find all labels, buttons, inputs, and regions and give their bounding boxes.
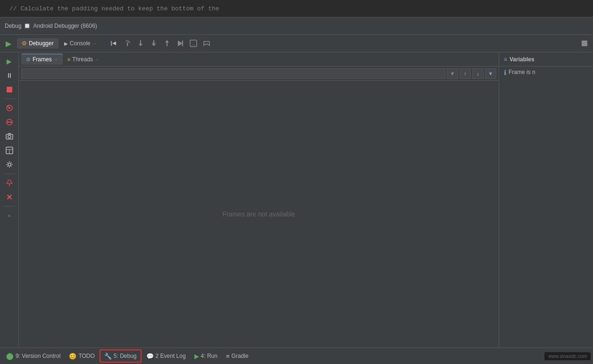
show-execution-button[interactable] [108,37,120,50]
svg-text:...: ... [192,41,195,46]
event-log-button[interactable]: 💬 2 Event Log [142,349,190,363]
status-bar: ⬤ 9: Version Control 😊 TODO 🔧 5: Debug 💬… [0,347,593,364]
svg-marker-5 [139,44,142,46]
force-step-into-button[interactable] [148,37,160,50]
console-arrow-icon: → [92,41,97,46]
settings-button[interactable] [2,158,17,171]
code-comment-bar: // Calculate the padding needed to keep … [0,0,593,17]
debug-tab-button[interactable]: 🔧 5: Debug [100,349,142,363]
no-entry-button[interactable] [2,116,17,129]
toolbar-separator-1 [4,99,15,99]
debug-label: Debug [5,23,21,29]
event-log-icon: 💬 [146,353,154,360]
version-control-button[interactable]: ⬤ 9: Version Control [2,349,64,363]
svg-marker-11 [178,41,183,46]
step-out-button[interactable] [161,37,173,50]
debugger-label: Android Debugger (8606) [33,23,97,29]
main-layout: ▶ ⏸ ✕ « ⚙ [0,52,593,347]
tab-threads[interactable]: ≡ Threads → [63,54,104,65]
debug-tab-label: 5: Debug [114,353,137,359]
run-to-cursor-button[interactable] [174,37,186,50]
debugger-toolbar: ▶ ⚙ Debugger ▶ Console → ... [0,35,593,52]
svg-point-24 [8,135,11,138]
left-toolbar: ▶ ⏸ ✕ « [0,52,19,347]
run-label: 4: Run [201,353,217,359]
debug-icon: 🔲 [24,23,31,29]
variables-header: ≡ Variables [499,52,593,66]
debugger-tab-icon: ⚙ [22,40,27,47]
step-into-button[interactable] [134,37,147,50]
svg-rect-0 [111,41,112,46]
gradle-label: Gradle [232,353,249,359]
scroll-down-button[interactable]: ↓ [472,68,484,79]
version-control-icon: ⬤ [6,352,14,360]
drop-frame-button[interactable] [200,37,213,50]
camera-button[interactable] [2,130,17,143]
variables-header-icon: ≡ [504,56,507,63]
resume-side-button[interactable]: ▶ [2,55,17,68]
scroll-up-button[interactable]: ↑ [459,68,471,79]
pause-side-button[interactable]: ⏸ [2,69,17,82]
pin-button[interactable] [2,176,17,190]
tab-console[interactable]: ▶ Console → [59,38,101,49]
chevron-down-icon: ▼ [450,71,455,76]
run-icon: ▶ [194,353,199,360]
run-button[interactable]: ▶ 4: Run [191,349,221,363]
filter-icon: ▼ [488,71,493,76]
watermark: www.sinaxidc.com [544,352,591,360]
frames-search-bar: ▼ ↑ ↓ ▼ [19,66,499,81]
content-area: ⚙ Frames → ≡ Threads → ▼ ↑ ↓ ▼ [19,52,499,347]
layout-button[interactable] [2,144,17,157]
up-arrow-icon: ↑ [464,71,467,76]
sub-tabs-bar: ⚙ Frames → ≡ Threads → [19,52,499,66]
frames-tab-label: Frames [33,56,52,63]
stop-button[interactable] [578,37,591,50]
debug-tab-icon: 🔧 [104,353,112,360]
frames-empty-area: Frames are not available [19,81,499,347]
svg-rect-16 [582,41,587,46]
threads-arrow-icon: → [95,57,99,62]
svg-marker-7 [152,44,156,46]
stop-side-button[interactable] [2,83,17,96]
svg-marker-15 [204,41,209,45]
toolbar-separator-3 [4,206,15,207]
resume-button[interactable]: ▶ [2,37,15,50]
gradle-icon: ≡ [226,353,230,360]
filter-button[interactable]: ▼ [485,68,496,79]
event-log-label: 2 Event Log [156,353,186,359]
console-tab-icon: ▶ [64,41,68,46]
right-panel: ≡ Variables ℹ Frame is n [499,52,593,347]
version-control-label: 9: Version Control [16,353,60,359]
svg-marker-1 [112,41,116,45]
debugger-tab-label: Debugger [29,40,54,47]
svg-marker-10 [165,40,169,42]
variables-content: ℹ Frame is n [499,66,593,347]
todo-button[interactable]: 😊 TODO [65,349,98,363]
more-button[interactable]: « [2,209,17,222]
down-arrow-icon: ↓ [476,71,479,76]
tab-frames[interactable]: ⚙ Frames → [21,54,63,65]
step-over-button[interactable] [121,37,134,50]
tab-debugger[interactable]: ⚙ Debugger [17,38,58,49]
gradle-button[interactable]: ≡ Gradle [222,349,252,363]
todo-label: TODO [78,353,94,359]
evaluate-button[interactable]: ... [187,37,200,50]
frames-arrow-icon: → [54,57,58,62]
threads-tab-label: Threads [72,56,93,63]
svg-point-20 [7,106,8,108]
dropdown-button[interactable]: ▼ [447,68,458,79]
frames-tab-icon: ⚙ [26,57,31,63]
info-icon: ℹ [504,69,506,76]
title-bar: Debug 🔲 Android Debugger (8606) [0,17,593,35]
svg-marker-2 [128,41,130,43]
variables-title: Variables [509,56,535,63]
svg-rect-17 [7,87,12,92]
x-button[interactable]: ✕ [2,190,17,204]
console-tab-label: Console [70,40,91,47]
toolbar-separator-2 [4,174,15,174]
frames-search-input[interactable] [21,68,445,79]
code-comment-text: // Calculate the padding needed to keep … [9,5,219,12]
threads-tab-icon: ≡ [67,57,70,62]
frame-info-text: Frame is n [509,69,535,75]
mute-button[interactable] [2,101,17,115]
